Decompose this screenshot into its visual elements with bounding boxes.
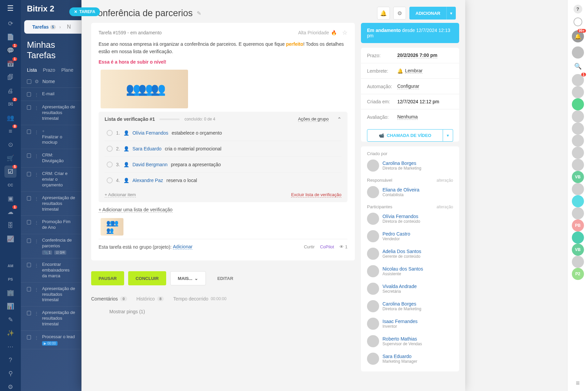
rail-avatar[interactable]: PB <box>572 219 584 232</box>
add-to-group[interactable]: Adicionar <box>173 244 192 250</box>
checkbox[interactable] <box>27 153 31 158</box>
checkbox[interactable] <box>27 172 31 176</box>
nav-item[interactable]: PS <box>4 273 16 285</box>
item-person[interactable]: Alexandre Paz <box>133 178 163 183</box>
participant[interactable]: Roberto MathiasSupervisor de Vendas <box>367 332 453 349</box>
change-part[interactable]: alteração <box>437 205 453 209</box>
nav-item[interactable]: 📅1 <box>4 58 16 70</box>
nav-item[interactable]: ⚙ <box>4 381 16 391</box>
rail-avatar[interactable] <box>572 256 584 268</box>
rail-avatar[interactable] <box>572 135 584 147</box>
nav-item[interactable]: 📈 <box>4 233 16 245</box>
nav-item[interactable]: AM <box>4 260 16 272</box>
v-avaliacao[interactable]: Nenhuma <box>397 114 418 120</box>
gear-icon[interactable]: ⚙ <box>35 79 39 84</box>
checkbox[interactable] <box>27 287 31 291</box>
nav-item[interactable]: ✎ <box>4 314 16 326</box>
subtab-prazo[interactable]: Prazo <box>43 67 56 73</box>
nav-item[interactable]: ⚲ <box>4 367 16 380</box>
participant[interactable]: Adelia Dos SantosGerente de conteúdo <box>367 244 453 262</box>
attachment-thumb[interactable] <box>101 218 123 236</box>
rail-avatar[interactable]: P2 <box>572 268 584 280</box>
checkbox[interactable] <box>27 220 31 224</box>
checkbox[interactable] <box>27 105 31 110</box>
add-checklist[interactable]: + Adicionar uma lista de verificação <box>99 207 173 213</box>
video-call-button[interactable]: 📹CHAMADA DE VÍDEO <box>367 129 443 142</box>
rail-avatar[interactable] <box>572 147 584 159</box>
change-resp[interactable]: alteração <box>437 178 453 183</box>
rail-avatar[interactable] <box>572 122 584 135</box>
show-pings[interactable]: Mostrar pings (1) <box>91 306 355 314</box>
rail-avatar[interactable] <box>572 159 584 171</box>
add-item[interactable]: + Adicionar item <box>105 192 136 198</box>
list-item[interactable]: ⋮Apresentação de resultados trimestal <box>21 307 81 331</box>
gear-button[interactable]: ⚙ <box>393 7 406 20</box>
tab-comments[interactable]: Comentários0 <box>91 296 127 301</box>
group-actions[interactable]: Ações de grupo <box>298 116 329 122</box>
subtab-lista[interactable]: Lista <box>27 67 37 73</box>
rail-avatar[interactable] <box>572 232 584 244</box>
drag-handle-icon[interactable]: ⋮ <box>34 196 39 201</box>
nav-item[interactable]: 📄 <box>4 31 16 43</box>
activity-ring-icon[interactable] <box>574 17 582 26</box>
pause-button[interactable]: PAUSAR <box>91 271 124 285</box>
edit-title-icon[interactable]: ✎ <box>197 10 201 16</box>
rail-avatar[interactable]: 1 <box>572 74 584 86</box>
responsible-person[interactable]: Eliana de OliveiraContabilista <box>367 183 453 200</box>
delete-checklist[interactable]: Excluir lista de verificação <box>291 192 341 198</box>
like-button[interactable]: Curtir <box>304 244 315 249</box>
participant[interactable]: Sara EduardoMarketing Manager <box>367 349 453 367</box>
nav-item[interactable]: ⋯ <box>4 341 16 353</box>
list-item[interactable]: ⋮Apresentação de resultados trimestal <box>21 192 81 216</box>
rail-avatar[interactable] <box>572 183 584 195</box>
help-icon[interactable]: ? <box>574 5 582 13</box>
v-prazo[interactable]: 20/2/2026 7:00 pm <box>397 52 437 58</box>
drag-handle-icon[interactable]: ⋮ <box>34 105 39 110</box>
radio[interactable] <box>107 130 113 136</box>
drag-handle-icon[interactable]: ⋮ <box>34 172 39 177</box>
nav-item[interactable]: 🗐 <box>4 71 16 83</box>
checkbox[interactable] <box>27 92 31 97</box>
chevron-up-icon[interactable]: ⌃ <box>337 116 341 122</box>
tab-history[interactable]: Histórico8 <box>137 296 164 301</box>
nav-item[interactable]: ☑5 <box>4 166 16 178</box>
checkbox[interactable] <box>27 239 31 243</box>
nav-item[interactable]: CC <box>4 179 16 191</box>
checklist-item[interactable]: 4.👤Alexandre Paz reserva o local <box>105 172 341 188</box>
nav-item[interactable]: 🛒 <box>4 152 16 164</box>
v-lembrete[interactable]: Lembrar <box>405 68 422 74</box>
nav-item[interactable]: ? <box>4 354 16 366</box>
subtab-plane[interactable]: Plane <box>61 67 73 73</box>
nav-item[interactable]: ⊙ <box>4 139 16 151</box>
checkbox[interactable] <box>27 335 31 340</box>
participant[interactable]: Olívia FernandosDiretora de conteúdo <box>367 209 453 227</box>
drag-handle-icon[interactable]: ⋮ <box>34 239 39 244</box>
nav-item[interactable]: 🗄 <box>4 219 16 232</box>
copilot-button[interactable]: CoPilot <box>320 244 334 249</box>
checkbox[interactable] <box>27 130 31 134</box>
finish-button[interactable]: CONCLUIR <box>128 271 166 285</box>
list-item[interactable]: ⋮CRM: Divulgação <box>21 149 81 168</box>
tab-time[interactable]: Tempo decorrido00:00:00 <box>173 296 226 301</box>
bell-button[interactable]: 🔔 <box>377 7 390 20</box>
notif-avatar[interactable]: 🔔99+ <box>572 30 584 42</box>
list-item[interactable]: ⋮Processar o lead▶ 00:00 <box>21 331 81 349</box>
edit-button[interactable]: EDITAR <box>210 271 241 285</box>
participant[interactable]: Vivalda AndradeSecretária <box>367 279 453 297</box>
list-item[interactable]: ⋮Promoção Fim de Ano <box>21 216 81 234</box>
nav-item[interactable]: 👥 <box>4 112 16 124</box>
nav-item[interactable]: 🏢 <box>4 287 16 299</box>
search-icon[interactable]: 🔍 <box>574 63 582 70</box>
drag-handle-icon[interactable]: ⋮ <box>34 263 39 268</box>
item-person[interactable]: David Bergmann <box>133 162 168 167</box>
radio[interactable] <box>107 146 113 152</box>
close-task-chip[interactable]: ✕ TAREFA <box>69 7 100 16</box>
nav-item[interactable]: ≡8 <box>4 125 16 137</box>
add-button[interactable]: ADICIONAR <box>409 7 446 20</box>
participant[interactable]: Nicolau dos SantosAssistente <box>367 262 453 279</box>
drag-handle-icon[interactable]: ⋮ <box>34 92 39 97</box>
checklist-item[interactable]: 3.👤David Bergmann prepara a apresentação <box>105 156 341 172</box>
rail-avatar[interactable]: VB <box>572 171 584 183</box>
drag-handle-icon[interactable]: ⋮ <box>34 335 39 340</box>
rail-avatar[interactable] <box>572 110 584 122</box>
